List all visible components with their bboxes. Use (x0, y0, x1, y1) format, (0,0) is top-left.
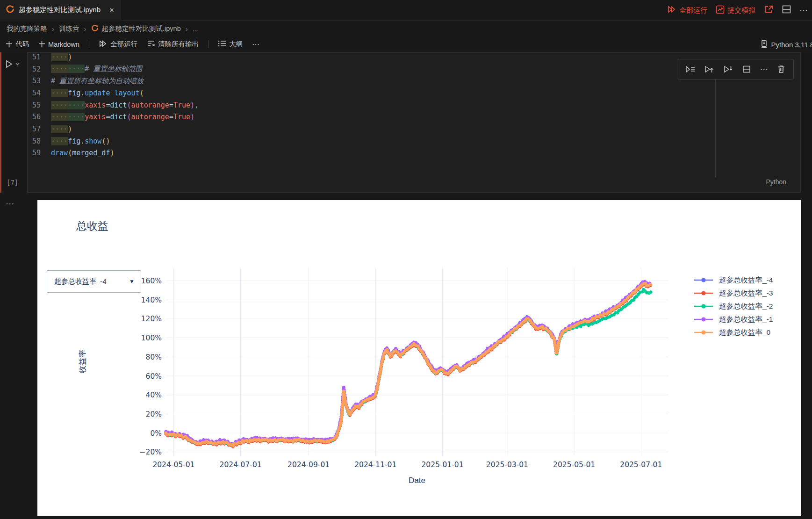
legend-item[interactable]: 超参总收益率_-3 (694, 287, 773, 300)
breadcrumb: 我的克隆策略 › 训练营 › 超参稳定性对比测试.ipynb › ... (0, 21, 812, 36)
code-line[interactable]: 56········yaxis=dict(autorange=True) (28, 111, 800, 123)
y-tick-label: 140% (141, 296, 162, 304)
toolbar-divider (89, 40, 89, 48)
share-button[interactable] (764, 5, 774, 16)
outline-button[interactable]: 大纲 (218, 40, 243, 49)
split-editor-button[interactable] (782, 5, 791, 15)
y-tick-label: 100% (141, 334, 162, 342)
cell-language-label[interactable]: Python (766, 178, 786, 186)
line-number: 58 (28, 137, 51, 145)
y-tick-label: 160% (141, 277, 162, 285)
kernel-picker[interactable]: Python 3.11.8 (760, 36, 812, 52)
series-line-超参总收益率_-2 (166, 289, 651, 445)
y-tick-label: 20% (146, 410, 162, 418)
line-number: 56 (28, 113, 51, 121)
add-code-cell-button[interactable]: 代码 (6, 40, 29, 49)
y-tick-label: 40% (146, 391, 162, 399)
series-markers-超参总收益率_-4 (166, 282, 651, 445)
code-line[interactable]: 57····) (28, 123, 800, 135)
breadcrumb-item-file[interactable]: 超参稳定性对比测试.ipynb (91, 24, 181, 33)
app-logo-icon (6, 5, 14, 15)
legend-label: 超参总收益率_-1 (719, 315, 773, 324)
legend-item[interactable]: 超参总收益率_-4 (694, 274, 773, 287)
series-markers-超参总收益率_-2 (166, 289, 651, 445)
code-line[interactable]: 54····fig.update_layout( (28, 87, 800, 99)
run-all-cells-button[interactable]: 全部运行 (99, 40, 137, 49)
cell-toolbar: ⋯ (677, 59, 794, 79)
legend-swatch-icon (694, 330, 713, 335)
legend-label: 超参总收益率_-3 (719, 288, 773, 298)
editor-actions: 全部运行 提交模拟 ⋯ (667, 0, 808, 21)
x-tick-label: 2024-07-01 (220, 461, 262, 469)
code-line[interactable]: 59draw(merged_df) (28, 147, 800, 159)
y-tick-label: 80% (146, 353, 162, 361)
x-tick-label: 2025-05-01 (553, 461, 595, 469)
chevron-right-icon: › (84, 25, 86, 33)
plot-area[interactable]: 160%140%120%100%80%60%40%20%0%−20%2024-0… (37, 200, 801, 516)
execution-count: [7] (7, 179, 18, 186)
legend-swatch-icon (694, 317, 713, 322)
run-cell-button[interactable] (5, 59, 20, 69)
execute-above-icon[interactable] (704, 65, 714, 74)
submit-simulation-button[interactable]: 提交模拟 (716, 5, 755, 16)
split-cell-icon[interactable] (742, 65, 751, 74)
x-tick-label: 2024-11-01 (354, 461, 396, 469)
run-all-icon (99, 40, 108, 49)
code-line[interactable]: 55········xaxis=dict(autorange=True), (28, 99, 800, 111)
legend-label: 超参总收益率_0 (719, 328, 770, 338)
breadcrumb-overflow[interactable]: ... (193, 25, 198, 33)
series-markers-超参总收益率_-1 (166, 281, 651, 444)
toolbar-divider (208, 40, 208, 48)
more-actions-icon[interactable]: ⋯ (799, 5, 808, 15)
series-markers-超参总收益率_0 (166, 283, 651, 446)
tab-title: 超参稳定性对比测试.ipynb (19, 6, 101, 14)
run-all-icon (667, 5, 676, 15)
chevron-down-icon (15, 59, 20, 69)
title-bar: 超参稳定性对比测试.ipynb × 全部运行 提交模拟 ⋯ (0, 0, 812, 21)
plus-icon (6, 40, 13, 49)
chart-up-icon (716, 5, 725, 16)
y-tick-label: 120% (141, 315, 162, 323)
notebook-file-icon (91, 24, 99, 33)
clear-outputs-button[interactable]: 清除所有输出 (147, 40, 199, 49)
add-markdown-cell-button[interactable]: Markdown (38, 40, 79, 49)
x-tick-label: 2025-01-01 (421, 461, 463, 469)
legend-label: 超参总收益率_-4 (719, 275, 773, 285)
breadcrumb-item-strategies[interactable]: 我的克隆策略 (7, 24, 47, 33)
plus-icon (38, 40, 45, 49)
notebook-tab[interactable]: 超参稳定性对比测试.ipynb × (0, 0, 121, 21)
code-line[interactable]: 58····fig.show() (28, 135, 800, 147)
execute-below-icon[interactable] (723, 65, 733, 74)
line-number: 57 (28, 125, 51, 133)
cell-more-icon[interactable]: ⋯ (760, 65, 768, 74)
run-all-button[interactable]: 全部运行 (667, 5, 707, 15)
chart-legend: 超参总收益率_-4超参总收益率_-3超参总收益率_-2超参总收益率_-1超参总收… (694, 274, 773, 339)
clear-outputs-icon (147, 40, 155, 49)
run-section-icon[interactable] (685, 65, 696, 74)
line-number: 53 (28, 77, 51, 85)
line-number: 54 (28, 89, 51, 97)
y-tick-label: 60% (146, 372, 162, 381)
legend-item[interactable]: 超参总收益率_0 (694, 326, 773, 339)
cell-output: ⋯ 总收益 超参总收益率_-4 ▼ 收益率 Date 160%140%120%1… (0, 193, 812, 519)
output-options-icon[interactable]: ⋯ (6, 198, 15, 209)
x-tick-label: 2025-03-01 (486, 461, 528, 469)
notebook-app: 超参稳定性对比测试.ipynb × 全部运行 提交模拟 ⋯ 我的克隆策略 › 训… (0, 0, 812, 519)
series-line-超参总收益率_-4 (166, 282, 651, 445)
y-tick-label: −20% (140, 448, 162, 456)
line-number: 59 (28, 149, 51, 157)
legend-item[interactable]: 超参总收益率_-2 (694, 300, 773, 313)
y-tick-label: 0% (150, 429, 162, 438)
legend-swatch-icon (694, 277, 713, 283)
delete-cell-icon[interactable] (777, 65, 785, 74)
legend-swatch-icon (694, 290, 713, 296)
toolbar-more-icon[interactable]: ⋯ (252, 40, 260, 49)
legend-item[interactable]: 超参总收益率_-1 (694, 313, 773, 326)
x-tick-label: 2024-05-01 (152, 461, 194, 469)
series-markers-超参总收益率_-3 (166, 283, 651, 447)
close-tab-icon[interactable]: × (109, 6, 114, 15)
code-cell: 51····)52········# 重置坐标轴范围53# 重置所有坐标轴为自动… (0, 52, 812, 193)
breadcrumb-item-camp[interactable]: 训练营 (59, 24, 79, 33)
line-number: 51 (28, 53, 51, 61)
legend-swatch-icon (694, 303, 713, 309)
